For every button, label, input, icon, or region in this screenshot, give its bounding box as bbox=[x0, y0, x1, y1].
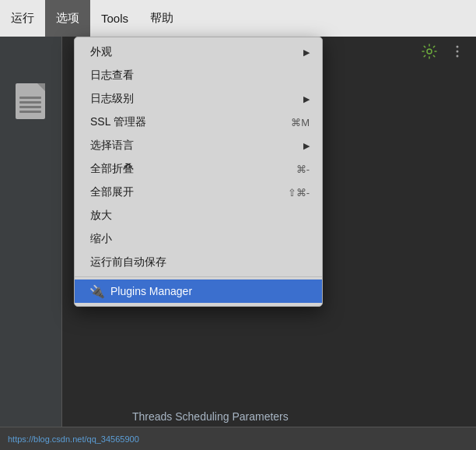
menu-item-select-language[interactable]: 选择语言 ▶ bbox=[75, 134, 322, 157]
scheduling-text: Threads Scheduling Parameters bbox=[132, 410, 289, 423]
menu-item-select-language-label: 选择语言 bbox=[90, 139, 134, 153]
menu-item-plugins-manager-label: Plugins Manager bbox=[110, 285, 192, 297]
menu-item-log-viewer[interactable]: 日志查看 bbox=[75, 64, 322, 87]
menu-item-zoom-in-label: 放大 bbox=[90, 209, 112, 223]
svg-point-3 bbox=[457, 55, 459, 58]
menubar-tools[interactable]: Tools bbox=[90, 0, 139, 37]
menu-item-log-viewer-label: 日志查看 bbox=[90, 69, 134, 83]
plugins-icon: 🔌 bbox=[90, 284, 104, 298]
menubar: 运行 选项 Tools 帮助 bbox=[0, 0, 476, 37]
menu-item-collapse-all-label: 全部折叠 bbox=[90, 162, 134, 176]
svg-point-2 bbox=[457, 51, 459, 53]
shortcut-ssl: ⌘M bbox=[291, 117, 310, 128]
menu-item-auto-save-label: 运行前自动保存 bbox=[90, 255, 166, 269]
dropdown-menu: 外观 ▶ 日志查看 日志级别 ▶ SSL 管理器 ⌘M 选择语言 ▶ 全部折叠 … bbox=[74, 37, 323, 307]
menu-item-zoom-out-label: 缩小 bbox=[90, 232, 112, 246]
bottom-bar: https://blog.csdn.net/qq_34565900 bbox=[0, 427, 476, 450]
menu-item-appearance[interactable]: 外观 ▶ bbox=[75, 40, 322, 64]
menu-separator bbox=[75, 276, 322, 277]
left-panel bbox=[0, 37, 62, 450]
menubar-run[interactable]: 运行 bbox=[0, 0, 45, 37]
menu-item-log-level-label: 日志级别 bbox=[90, 92, 134, 106]
shortcut-collapse: ⌘- bbox=[296, 163, 310, 175]
svg-point-1 bbox=[457, 46, 459, 48]
menu-item-auto-save[interactable]: 运行前自动保存 bbox=[75, 251, 322, 274]
menu-item-collapse-all[interactable]: 全部折叠 ⌘- bbox=[75, 157, 322, 181]
arrow-icon-appearance: ▶ bbox=[303, 47, 310, 58]
menu-item-appearance-label: 外观 bbox=[90, 45, 112, 59]
menu-item-plugins-manager[interactable]: 🔌 Plugins Manager bbox=[75, 279, 322, 303]
menu-item-expand-all-label: 全部展开 bbox=[90, 185, 134, 199]
more-icon[interactable] bbox=[446, 40, 468, 62]
bottom-link[interactable]: https://blog.csdn.net/qq_34565900 bbox=[8, 434, 139, 444]
settings-icon[interactable] bbox=[418, 40, 440, 62]
menu-item-zoom-in[interactable]: 放大 bbox=[75, 204, 322, 227]
shortcut-expand: ⇧⌘- bbox=[288, 187, 310, 199]
arrow-icon-select-language: ▶ bbox=[303, 141, 310, 151]
toolbar-area bbox=[418, 40, 468, 62]
menu-item-log-level[interactable]: 日志级别 ▶ bbox=[75, 87, 322, 111]
menu-item-expand-all[interactable]: 全部展开 ⇧⌘- bbox=[75, 181, 322, 204]
menu-item-ssl-manager[interactable]: SSL 管理器 ⌘M bbox=[75, 111, 322, 134]
svg-point-0 bbox=[427, 49, 432, 54]
file-icon bbox=[16, 83, 51, 122]
menubar-options[interactable]: 选项 bbox=[45, 0, 90, 37]
arrow-icon-log-level: ▶ bbox=[303, 94, 310, 104]
menubar-help[interactable]: 帮助 bbox=[139, 0, 184, 37]
menu-item-zoom-out[interactable]: 缩小 bbox=[75, 227, 322, 251]
menu-item-ssl-manager-label: SSL 管理器 bbox=[90, 115, 146, 129]
